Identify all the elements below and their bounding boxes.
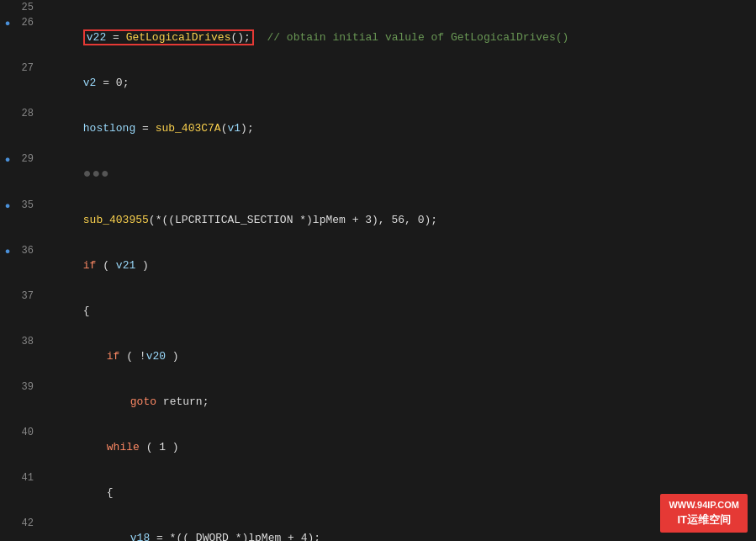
line-41: 41 {	[0, 470, 756, 516]
watermark-site: WWW.94IP.COM	[669, 499, 739, 512]
linenum-35: 35	[15, 198, 40, 213]
code-40: while ( 1 )	[40, 425, 756, 470]
bullet-25	[0, 0, 15, 1]
code-27: v2 = 0;	[40, 61, 756, 106]
bullet-42	[0, 516, 15, 517]
bullet-38	[0, 334, 15, 335]
line-40: 40 while ( 1 )	[0, 425, 756, 470]
linenum-37: 37	[15, 289, 40, 304]
bullet-37	[0, 289, 15, 289]
linenum-26: 26	[15, 15, 40, 30]
linenum-40: 40	[15, 425, 40, 440]
linenum-29: 29	[15, 151, 40, 167]
bullet-36: ●	[0, 243, 15, 259]
line-38: 38 if ( !v20 )	[0, 334, 756, 379]
watermark: WWW.94IP.COM IT运维空间	[660, 494, 748, 533]
line-26: ● 26 v22 = GetLogicalDrives(); // obtain…	[0, 15, 756, 61]
bullet-35: ●	[0, 198, 15, 214]
bullet-26: ●	[0, 15, 15, 31]
line-28: 28 hostlong = sub_403C7A(v1);	[0, 106, 756, 151]
bullet-dot-29: ●	[5, 152, 11, 167]
linenum-41: 41	[15, 470, 40, 485]
linenum-36: 36	[15, 243, 40, 258]
code-35: sub_403955(*((LPCRITICAL_SECTION *)lpMem…	[40, 198, 756, 243]
linenum-42: 42	[15, 516, 40, 531]
bullet-40	[0, 425, 15, 426]
line-27: 27 v2 = 0;	[0, 61, 756, 106]
line-37: 37 {	[0, 289, 756, 334]
code-29: ●●●	[40, 151, 756, 198]
bullet-dot-35: ●	[5, 199, 11, 214]
code-26: v22 = GetLogicalDrives(); // obtain init…	[40, 15, 756, 61]
code-36: if ( v21 )	[40, 243, 756, 289]
bullet-28	[0, 106, 15, 107]
linenum-39: 39	[15, 379, 40, 395]
bullet-29: ●	[0, 151, 15, 167]
code-container: 25 ● 26 v22 = GetLogicalDrives(); // obt…	[0, 0, 756, 541]
line-42: 42 v18 = *((_DWORD *)lpMem + 4);	[0, 516, 756, 541]
bullet-41	[0, 470, 15, 471]
bullet-dot-26: ●	[5, 16, 11, 31]
bullet-dot-36: ●	[5, 244, 11, 259]
linenum-27: 27	[15, 61, 40, 76]
line-36: ● 36 if ( v21 )	[0, 243, 756, 289]
code-39: goto return;	[40, 379, 756, 425]
line-35: ● 35 sub_403955(*((LPCRITICAL_SECTION *)…	[0, 198, 756, 243]
line-29: ● 29 ●●●	[0, 151, 756, 198]
highlight-v22-getlogicaldrives: v22 = GetLogicalDrives();	[83, 29, 254, 45]
code-38: if ( !v20 )	[40, 334, 756, 379]
bullet-27	[0, 61, 15, 61]
linenum-38: 38	[15, 334, 40, 349]
watermark-brand: IT运维空间	[669, 512, 739, 528]
code-41: {	[40, 470, 756, 516]
linenum-25: 25	[15, 0, 40, 15]
line-25: 25	[0, 0, 756, 15]
code-42: v18 = *((_DWORD *)lpMem + 4);	[40, 516, 756, 541]
code-28: hostlong = sub_403C7A(v1);	[40, 106, 756, 151]
bullet-39	[0, 379, 15, 380]
line-39: 39 goto return;	[0, 379, 756, 425]
code-37: {	[40, 289, 756, 334]
linenum-28: 28	[15, 106, 40, 121]
